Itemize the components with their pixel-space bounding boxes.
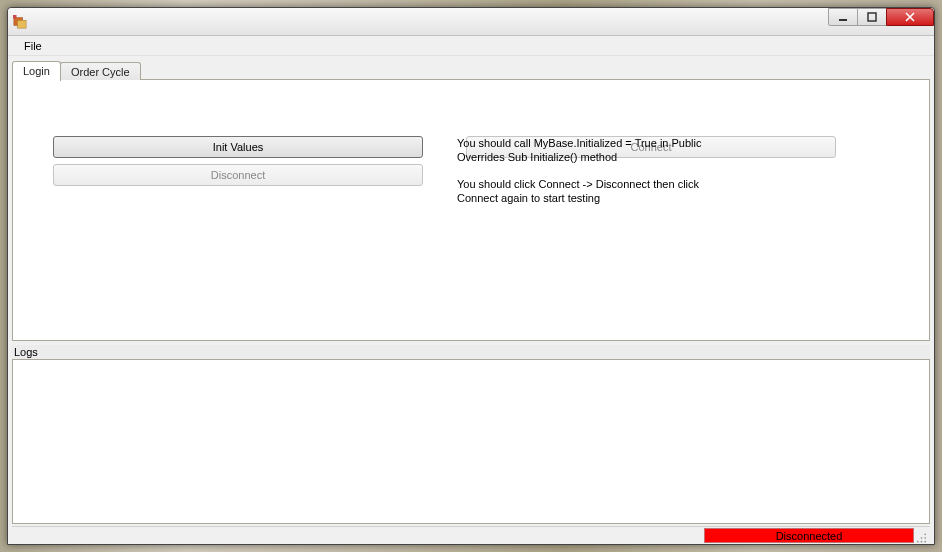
statusbar: Disconnected <box>12 526 930 544</box>
menubar: File <box>8 36 934 56</box>
app-window: File Login Order Cycle Init Values Conne… <box>7 7 935 545</box>
logs-box[interactable] <box>12 359 930 524</box>
tab-order-cycle[interactable]: Order Cycle <box>60 62 141 80</box>
client-area: Login Order Cycle Init Values Connect Di… <box>8 56 934 544</box>
svg-rect-3 <box>839 19 847 21</box>
svg-point-9 <box>921 541 923 543</box>
svg-point-7 <box>921 537 923 539</box>
app-icon <box>12 14 28 30</box>
tab-strip: Login Order Cycle <box>12 58 930 80</box>
resize-grip-icon[interactable] <box>914 527 928 544</box>
instructions-text: You should call MyBase.Initialized = Tru… <box>457 136 717 217</box>
tab-page-login: Init Values Connect Disconnect You shoul… <box>12 79 930 341</box>
titlebar[interactable] <box>8 8 934 36</box>
svg-point-5 <box>924 534 926 536</box>
svg-point-8 <box>924 541 926 543</box>
svg-rect-4 <box>868 13 876 21</box>
minimize-button[interactable] <box>828 8 858 26</box>
logs-label: Logs <box>12 345 930 359</box>
close-button[interactable] <box>886 8 934 26</box>
menu-file[interactable]: File <box>16 38 50 54</box>
svg-point-10 <box>917 541 919 543</box>
svg-rect-1 <box>17 20 26 28</box>
instruction-line-2: You should click Connect -> Disconnect t… <box>457 177 717 206</box>
maximize-button[interactable] <box>857 8 887 26</box>
svg-rect-2 <box>13 15 17 19</box>
svg-point-6 <box>924 537 926 539</box>
disconnect-button[interactable]: Disconnect <box>53 164 423 186</box>
status-connection: Disconnected <box>704 528 914 543</box>
tab-login[interactable]: Login <box>12 61 61 81</box>
init-values-button[interactable]: Init Values <box>53 136 423 158</box>
window-buttons <box>828 8 934 35</box>
instruction-line-1: You should call MyBase.Initialized = Tru… <box>457 136 717 165</box>
